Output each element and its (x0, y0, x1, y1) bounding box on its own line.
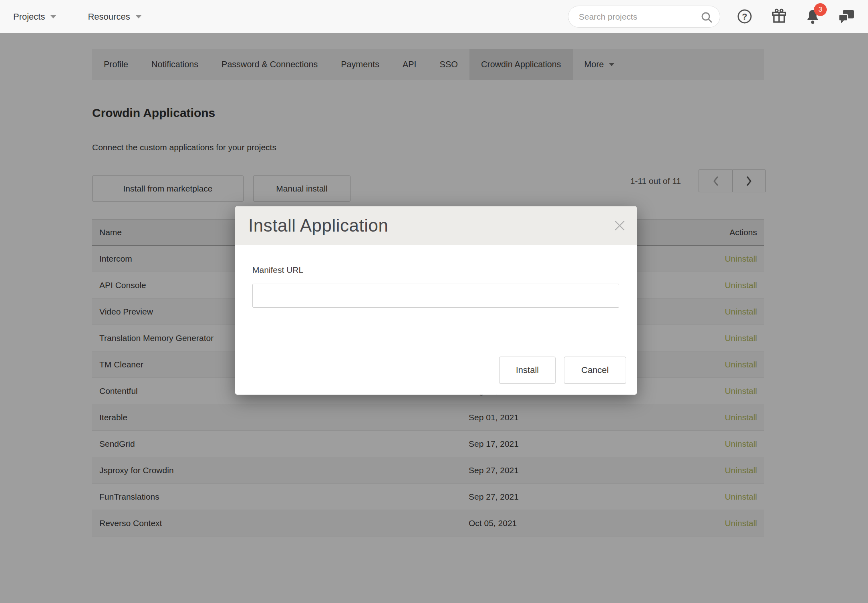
search-input[interactable] (579, 6, 699, 27)
cancel-button[interactable]: Cancel (564, 357, 626, 384)
projects-menu-label: Projects (13, 12, 45, 22)
resources-menu[interactable]: Resources (88, 12, 141, 22)
projects-menu[interactable]: Projects (13, 12, 56, 22)
modal-footer: Install Cancel (235, 344, 637, 395)
manifest-url-input[interactable] (252, 284, 619, 308)
manifest-url-label: Manifest URL (252, 265, 303, 275)
search-box (568, 6, 720, 28)
chevron-down-icon (50, 15, 56, 18)
gift-icon[interactable] (771, 8, 787, 26)
modal-title: Install Application (248, 206, 389, 244)
chevron-down-icon (135, 15, 142, 18)
resources-menu-label: Resources (88, 12, 130, 22)
search-icon[interactable] (701, 11, 713, 25)
svg-text:?: ? (742, 12, 747, 22)
install-application-modal: Install Application Manifest URL Install… (235, 206, 637, 395)
navbar-menu: Projects Resources (13, 0, 142, 33)
close-icon[interactable] (613, 219, 626, 232)
modal-header: Install Application (235, 206, 637, 245)
install-button[interactable]: Install (499, 357, 556, 384)
help-icon[interactable]: ? (737, 9, 752, 26)
chat-icon[interactable] (838, 9, 855, 26)
top-navbar: Projects Resources ? (0, 0, 868, 33)
notification-badge: 3 (814, 3, 827, 16)
